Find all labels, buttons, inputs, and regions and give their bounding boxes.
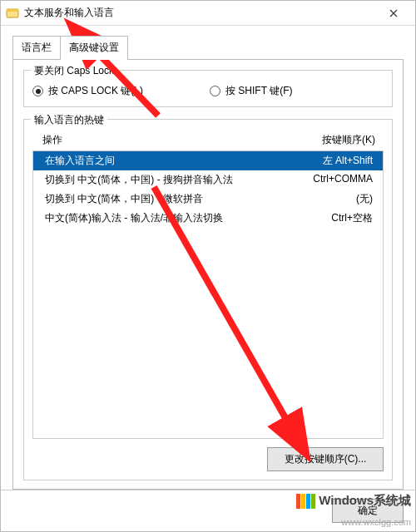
tab-advanced-key-settings[interactable]: 高级键设置 [60,36,128,59]
hotkey-keys: 左 Alt+Shift [295,154,378,168]
dialog-footer: 确定 [1,490,415,531]
radio-icon [210,86,220,96]
hotkey-action: 切换到 中文(简体，中国) - 微软拼音 [38,192,295,206]
window-title: 文本服务和输入语言 [24,6,377,20]
radio-capslock-key[interactable]: 按 CAPS LOCK 键(L) [32,84,143,98]
svg-rect-1 [7,9,18,12]
hotkey-columns: 操作 按键顺序(K) [32,130,384,150]
ok-button[interactable]: 确定 [332,499,404,523]
hotkey-action: 切换到 中文(简体，中国) - 搜狗拼音输入法 [38,173,295,187]
hotkey-list[interactable]: 在输入语言之间左 Alt+Shift切换到 中文(简体，中国) - 搜狗拼音输入… [32,150,384,439]
app-icon [6,7,19,20]
tabstrip: 语言栏 高级键设置 [12,36,404,59]
tab-language-bar[interactable]: 语言栏 [12,36,61,59]
content-area: 语言栏 高级键设置 要关闭 Caps Lock 按 CAPS LOCK 键(L)… [1,26,415,490]
radio-shift-key[interactable]: 按 SHIFT 键(F) [210,84,292,98]
hotkey-row[interactable]: 在输入语言之间左 Alt+Shift [33,151,383,170]
radio-icon [32,86,43,96]
group-hotkeys-wrap: 输入语言的热键 操作 按键顺序(K) 在输入语言之间左 Alt+Shift切换到… [23,119,393,480]
change-sequence-row: 更改按键顺序(C)... [32,447,384,471]
hotkey-keys: (无) [295,192,378,206]
tab-label: 高级键设置 [69,42,119,53]
tabpanel-advanced: 要关闭 Caps Lock 按 CAPS LOCK 键(L) 按 SHIFT 键… [12,59,404,490]
group-capslock: 要关闭 Caps Lock 按 CAPS LOCK 键(L) 按 SHIFT 键… [23,70,393,107]
tab-label: 语言栏 [22,42,52,53]
dialog-window: 文本服务和输入语言 语言栏 高级键设置 要关闭 Caps Lock 按 CA [0,0,416,532]
titlebar: 文本服务和输入语言 [1,1,415,26]
hotkey-row[interactable]: 中文(简体)输入法 - 输入法/非输入法切换Ctrl+空格 [33,209,383,228]
hotkey-keys: Ctrl+COMMA [295,173,378,187]
hotkey-keys: Ctrl+空格 [295,211,378,225]
change-key-sequence-button[interactable]: 更改按键顺序(C)... [267,447,384,471]
hotkey-row[interactable]: 切换到 中文(简体，中国) - 搜狗拼音输入法Ctrl+COMMA [33,170,383,190]
hotkey-action: 中文(简体)输入法 - 输入法/非输入法切换 [38,211,295,225]
hotkey-row[interactable]: 切换到 中文(简体，中国) - 微软拼音(无) [33,190,383,209]
col-action: 操作 [36,133,289,147]
close-button[interactable] [377,2,410,25]
col-keys: 按键顺序(K) [289,133,380,147]
radio-label: 按 CAPS LOCK 键(L) [48,84,143,98]
capslock-options: 按 CAPS LOCK 键(L) 按 SHIFT 键(F) [32,84,384,98]
close-icon [389,7,398,20]
hotkey-action: 在输入语言之间 [38,154,295,168]
radio-label: 按 SHIFT 键(F) [225,84,292,98]
group-hotkeys-legend: 输入语言的热键 [31,113,107,127]
group-hotkeys: 输入语言的热键 操作 按键顺序(K) 在输入语言之间左 Alt+Shift切换到… [23,119,393,480]
group-capslock-legend: 要关闭 Caps Lock [31,64,117,78]
